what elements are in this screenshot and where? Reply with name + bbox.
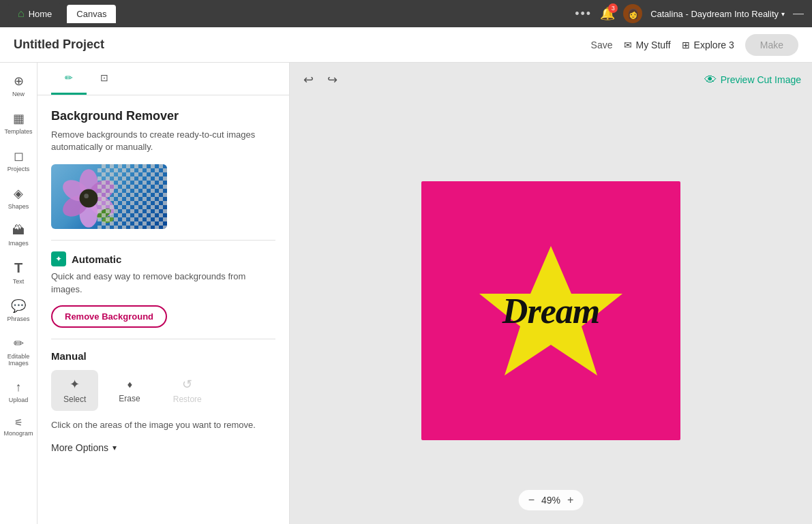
sidebar-item-upload-label: Upload [9,397,29,403]
shapes-icon: ◈ [14,186,23,201]
user-chevron-icon: ▾ [781,10,785,18]
sidebar-item-new[interactable]: ⊕ New [2,68,35,103]
my-stuff-button[interactable]: ✉ My Stuff [624,40,671,50]
sidebar-item-text[interactable]: T Text [2,255,35,290]
restore-tool-icon: ↺ [182,377,192,392]
eye-icon: 👁 [704,73,717,87]
undo-button[interactable]: ↩ [301,70,316,90]
projects-icon: ◻ [14,149,24,164]
erase-tool-icon: ⬧ [126,377,134,391]
sidebar-item-phrases-label: Phrases [7,315,29,322]
sidebar-item-text-label: Text [13,278,25,285]
zoom-level-display: 49% [541,495,560,506]
preview-image-inner [51,164,167,229]
title-bar-actions: Save ✉ My Stuff ⊞ Explore 3 Make [591,34,798,56]
automatic-icon: ✦ [51,251,66,266]
preview-cut-button[interactable]: 👁 Preview Cut Image [704,73,801,87]
erase-tool-label: Erase [119,394,140,403]
upload-icon: ↑ [16,380,22,395]
explore-button[interactable]: ⊞ Explore 3 [682,40,734,50]
canvas-toolbar: ↩ ↪ 👁 Preview Cut Image [290,63,812,97]
canvas-tab[interactable]: Canvas [67,5,116,23]
project-title: Untitled Project [14,37,104,52]
top-bar-right: ••• 🔔 3 👩 Catalina - Daydream Into Reali… [575,4,804,23]
zoom-out-button[interactable]: − [528,494,535,506]
sidebar-item-projects-label: Projects [7,166,30,172]
crop-icon: ⊡ [100,72,108,83]
home-tab[interactable]: ⌂ Home [8,3,61,24]
main-layout: ⊕ New ▦ Templates ◻ Projects ◈ Shapes 🏔 … [0,63,812,524]
select-tool-button[interactable]: ✦ Select [51,370,98,411]
svg-point-6 [80,189,98,208]
sidebar-item-images-label: Images [8,240,29,247]
sidebar-item-images[interactable]: 🏔 Images [2,218,35,252]
sidebar-item-monogram-label: Monogram [3,430,33,437]
canvas-area: ↩ ↪ 👁 Preview Cut Image Dream − 49% + [290,63,812,524]
sidebar-item-templates-label: Templates [4,128,32,135]
sidebar: ⊕ New ▦ Templates ◻ Projects ◈ Shapes 🏔 … [0,63,37,524]
remove-background-button[interactable]: Remove Background [51,305,167,328]
more-options-toggle[interactable]: More Options ▾ [51,442,275,453]
automatic-label: Automatic [72,253,121,265]
more-options-icon[interactable]: ••• [575,7,592,21]
more-options-chevron-icon: ▾ [112,443,117,452]
save-button[interactable]: Save [591,40,613,50]
svg-point-7 [84,194,89,199]
images-icon: 🏔 [12,224,25,238]
redo-button[interactable]: ↪ [325,70,340,90]
notification-count: 3 [608,3,618,13]
sidebar-item-upload[interactable]: ↑ Upload [2,375,35,409]
tab-crop[interactable]: ⊡ [87,63,122,95]
monogram-icon: ⚟ [14,417,23,428]
notifications-bell[interactable]: 🔔 3 [600,6,615,21]
sidebar-item-shapes-label: Shapes [8,203,29,210]
grid-icon: ⊞ [682,40,690,50]
section-description: Remove backgrounds to create ready-to-cu… [51,129,275,153]
canvas-label: Canvas [76,9,106,19]
edit-icon: ✏ [65,72,73,83]
sidebar-item-phrases[interactable]: 💬 Phrases [2,293,35,328]
sidebar-item-new-label: New [12,91,25,97]
auto-header: ✦ Automatic [51,251,275,266]
dream-text: Dream [502,290,599,330]
automatic-description: Quick and easy way to remove backgrounds… [51,271,275,295]
tab-background-remover[interactable]: ✏ [51,63,87,95]
design-canvas: Dream [421,181,680,440]
divider-2 [51,339,275,339]
more-options-label: More Options [51,442,108,453]
sidebar-item-projects[interactable]: ◻ Projects [2,143,35,178]
user-name-display[interactable]: Catalina - Daydream Into Reality ▾ [650,9,785,19]
restore-tool-button[interactable]: ↺ Restore [161,370,214,411]
sidebar-item-editable-images-label: Editable Images [5,353,32,367]
sidebar-item-shapes[interactable]: ◈ Shapes [2,181,35,215]
sidebar-item-editable-images[interactable]: ✏ Editable Images [2,330,35,372]
templates-icon: ▦ [13,111,25,126]
sidebar-item-monogram[interactable]: ⚟ Monogram [2,412,35,442]
text-icon: T [14,260,22,276]
preview-image [51,164,167,229]
title-bar: Untitled Project Save ✉ My Stuff ⊞ Explo… [0,27,812,63]
phrases-icon: 💬 [11,298,26,313]
manual-section: Manual ✦ Select ⬧ Erase ↺ Restore Cl [51,350,275,453]
section-title: Background Remover [51,109,275,123]
panel: ✏ ⊡ Background Remover Remove background… [37,63,290,524]
panel-tabs: ✏ ⊡ [37,63,289,95]
select-tool-label: Select [63,395,86,404]
zoom-in-button[interactable]: + [567,494,573,506]
new-icon: ⊕ [14,74,24,89]
divider-1 [51,240,275,241]
canvas-main: Dream − 49% + [290,97,812,524]
editable-images-icon: ✏ [14,336,24,351]
sidebar-item-templates[interactable]: ▦ Templates [2,106,35,140]
minimize-button[interactable]: — [793,7,804,20]
top-bar: ⌂ Home Canvas ••• 🔔 3 👩 Catalina - Daydr… [0,0,812,27]
erase-tool-button[interactable]: ⬧ Erase [106,370,152,411]
checker-overlay [97,164,167,229]
make-button[interactable]: Make [745,34,798,56]
automatic-section: ✦ Automatic Quick and easy way to remove… [51,251,275,327]
manual-tools: ✦ Select ⬧ Erase ↺ Restore [51,370,275,411]
zoom-controls: − 49% + [519,490,584,510]
avatar[interactable]: 👩 [623,4,642,23]
restore-tool-label: Restore [173,395,202,404]
preview-cut-label: Preview Cut Image [721,74,801,85]
